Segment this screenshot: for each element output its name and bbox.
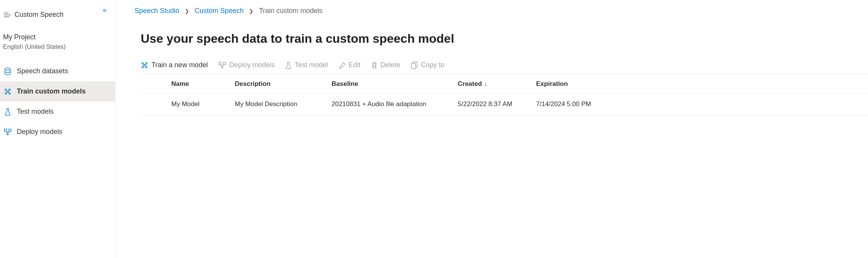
deploy-icon xyxy=(218,62,226,69)
database-icon xyxy=(4,68,11,75)
flask-icon xyxy=(285,61,291,69)
svg-point-5 xyxy=(9,89,10,90)
chevron-right-icon: ❯ xyxy=(185,8,189,14)
svg-point-6 xyxy=(5,93,7,94)
svg-point-24 xyxy=(144,64,145,66)
sidebar-item-label: Train custom models xyxy=(17,87,86,95)
brain-icon xyxy=(4,88,11,95)
cell-created: 5/22/2022 8:37 AM xyxy=(458,100,536,108)
svg-line-11 xyxy=(7,92,7,93)
svg-point-3 xyxy=(5,68,10,70)
list-icon xyxy=(4,12,11,18)
toolbar: Train a new model Deploy models xyxy=(141,61,868,74)
svg-rect-13 xyxy=(4,129,7,131)
table-row[interactable]: My Model My Model Description 20210831 +… xyxy=(141,94,868,115)
arrow-down-icon: ↓ xyxy=(484,81,487,87)
project-block: My Project English (United States) xyxy=(0,23,115,52)
column-header-baseline[interactable]: Baseline xyxy=(332,80,458,88)
svg-rect-30 xyxy=(223,62,226,64)
toolbar-label: Delete xyxy=(380,61,400,69)
sidebar-item-test-models[interactable]: Test models xyxy=(0,102,115,122)
cell-baseline: 20210831 + Audio file adaptation xyxy=(332,100,458,108)
collapse-sidebar-button[interactable]: « xyxy=(103,6,107,14)
copy-to-button[interactable]: Copy to xyxy=(411,61,445,69)
column-header-created[interactable]: Created ↓ xyxy=(458,80,536,88)
breadcrumb: Speech Studio ❯ Custom Speech ❯ Train cu… xyxy=(135,6,868,15)
svg-point-4 xyxy=(5,89,7,90)
column-header-description[interactable]: Description xyxy=(235,80,332,88)
svg-line-26 xyxy=(145,64,146,64)
svg-line-28 xyxy=(145,66,146,66)
brain-icon xyxy=(141,61,148,69)
toolbar-label: Edit xyxy=(349,61,361,69)
sidebar-item-speech-datasets[interactable]: Speech datasets xyxy=(0,61,115,81)
project-name: My Project xyxy=(3,33,115,41)
svg-point-23 xyxy=(146,66,147,68)
table-header-row: Name Description Baseline Created ↓ Expi… xyxy=(141,74,868,94)
svg-point-21 xyxy=(146,63,147,64)
train-new-model-button[interactable]: Train a new model xyxy=(141,61,208,69)
chevron-right-icon: ❯ xyxy=(249,8,254,14)
svg-line-19 xyxy=(8,131,10,133)
page-title: Use your speech data to train a custom s… xyxy=(141,32,868,46)
toolbar-label: Test model xyxy=(294,61,328,69)
copy-icon xyxy=(411,61,418,69)
svg-line-34 xyxy=(220,64,222,66)
svg-line-12 xyxy=(8,92,9,93)
svg-rect-14 xyxy=(9,129,11,131)
edit-icon xyxy=(339,62,346,69)
sidebar-nav: Speech datasets Train custom models xyxy=(0,61,115,142)
flask-icon xyxy=(4,108,11,116)
sidebar-item-label: Speech datasets xyxy=(17,67,68,75)
sidebar-item-label: Deploy models xyxy=(17,128,62,136)
svg-point-22 xyxy=(142,66,143,68)
deploy-models-button[interactable]: Deploy models xyxy=(218,61,275,69)
cell-name: My Model xyxy=(171,100,235,108)
row-select-cell[interactable] xyxy=(141,100,171,108)
svg-point-8 xyxy=(7,91,8,92)
svg-rect-29 xyxy=(219,62,221,64)
cell-description: My Model Description xyxy=(235,100,332,108)
models-table: Name Description Baseline Created ↓ Expi… xyxy=(141,74,868,115)
project-locale: English (United States) xyxy=(3,44,115,50)
column-header-name[interactable]: Name xyxy=(171,80,235,88)
column-select xyxy=(141,80,171,88)
toolbar-label: Train a new model xyxy=(151,61,208,69)
breadcrumb-link-speech-studio[interactable]: Speech Studio xyxy=(135,7,179,15)
svg-line-9 xyxy=(7,90,7,91)
svg-line-10 xyxy=(8,90,9,91)
delete-button[interactable]: Delete xyxy=(371,61,400,69)
trash-icon xyxy=(371,61,377,69)
sidebar: « Custom Speech My Project English (Unit… xyxy=(0,0,115,258)
sidebar-item-label: Test models xyxy=(17,108,54,116)
svg-rect-36 xyxy=(411,63,416,69)
main-content: Speech Studio ❯ Custom Speech ❯ Train cu… xyxy=(115,0,868,258)
column-header-label: Created xyxy=(458,80,482,88)
cell-expiration: 7/14/2024 5:00 PM xyxy=(536,100,609,108)
svg-line-18 xyxy=(5,131,8,133)
sidebar-header-label: Custom Speech xyxy=(15,11,63,19)
chevron-double-left-icon: « xyxy=(103,6,107,14)
sidebar-header[interactable]: Custom Speech xyxy=(0,7,115,23)
sidebar-item-deploy-models[interactable]: Deploy models xyxy=(0,122,115,142)
svg-point-7 xyxy=(9,93,10,94)
edit-button[interactable]: Edit xyxy=(339,61,361,69)
svg-line-27 xyxy=(143,66,144,66)
breadcrumb-current: Train custom models xyxy=(259,7,322,15)
svg-point-20 xyxy=(142,63,143,64)
svg-line-35 xyxy=(222,64,224,66)
sidebar-item-train-custom-models[interactable]: Train custom models xyxy=(0,81,115,102)
svg-line-25 xyxy=(143,64,144,64)
deploy-icon xyxy=(4,129,11,135)
column-header-expiration[interactable]: Expiration xyxy=(536,80,609,88)
toolbar-label: Deploy models xyxy=(229,61,275,69)
test-model-button[interactable]: Test model xyxy=(285,61,328,69)
breadcrumb-link-custom-speech[interactable]: Custom Speech xyxy=(195,7,244,15)
toolbar-label: Copy to xyxy=(421,61,445,69)
